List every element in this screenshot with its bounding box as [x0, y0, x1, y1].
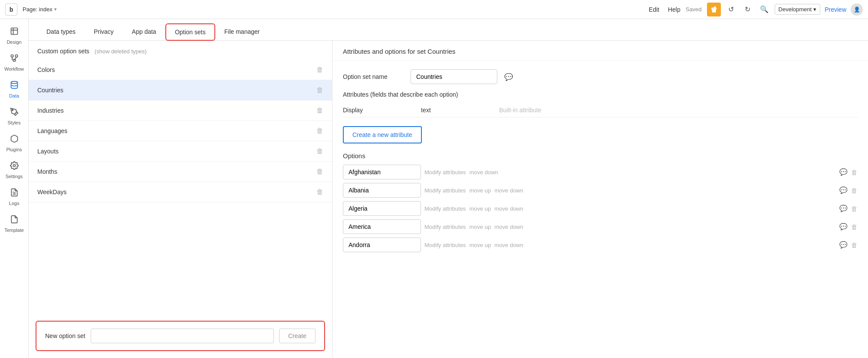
option-name-input[interactable] — [343, 238, 421, 252]
tab-option-sets[interactable]: Option sets — [165, 23, 215, 41]
sidebar-item-template[interactable]: Template — [1, 211, 27, 237]
move-down-link[interactable]: move down — [469, 169, 498, 176]
right-panel: Attributes and options for set Countries… — [332, 41, 868, 358]
plugins-icon — [10, 134, 19, 145]
list-item[interactable]: WeekDays 🗑 — [29, 182, 332, 202]
sidebar-item-styles[interactable]: Styles — [1, 103, 27, 129]
list-item[interactable]: Industries 🗑 — [29, 101, 332, 121]
help-menu[interactable]: Help — [668, 6, 681, 13]
move-down-link[interactable]: move down — [494, 205, 523, 212]
sidebar: Design Workflow Data Styles Plugins — [0, 19, 29, 358]
move-down-link[interactable]: move down — [494, 242, 523, 248]
delete-icon[interactable]: 🗑 — [316, 188, 323, 196]
modify-attributes-link[interactable]: Modify attributes — [424, 242, 466, 248]
move-up-link[interactable]: move up — [469, 242, 491, 248]
option-icons: 💬 🗑 — [839, 186, 858, 194]
saved-status: Saved — [686, 6, 702, 13]
preview-button[interactable]: Preview — [825, 6, 846, 13]
redo-icon[interactable]: ↻ — [742, 3, 754, 16]
delete-icon[interactable]: 🗑 — [316, 86, 323, 94]
delete-icon[interactable]: 🗑 — [851, 241, 858, 249]
option-name: WeekDays — [37, 189, 66, 195]
move-down-link[interactable]: move down — [494, 224, 523, 230]
environment-selector[interactable]: Development ▾ — [775, 4, 821, 15]
comment-icon[interactable]: 💬 — [839, 168, 848, 176]
tab-file-manager[interactable]: File manager — [215, 23, 269, 41]
workflow-label: Workflow — [4, 66, 24, 72]
create-attribute-button[interactable]: Create a new attribute — [343, 126, 422, 143]
option-entry: Modify attributes move up move down 💬 🗑 — [343, 219, 858, 234]
option-name: Layouts — [37, 148, 59, 155]
move-up-link[interactable]: move up — [469, 187, 491, 194]
modify-attributes-link[interactable]: Modify attributes — [424, 224, 466, 230]
list-item[interactable]: Months 🗑 — [29, 162, 332, 182]
list-item[interactable]: Layouts 🗑 — [29, 141, 332, 162]
sidebar-item-design[interactable]: Design — [1, 23, 27, 49]
option-icons: 💬 🗑 — [839, 205, 858, 212]
attributes-table: Display text Built-in attribute — [343, 103, 858, 117]
search-icon[interactable]: 🔍 — [758, 3, 770, 16]
move-up-link[interactable]: move up — [469, 224, 491, 230]
section-header: Custom option sets (show deleted types) — [29, 41, 332, 60]
new-option-set-input[interactable] — [91, 329, 274, 343]
comment-icon[interactable]: 💬 — [839, 223, 848, 231]
gift-icon[interactable] — [707, 3, 721, 16]
design-icon — [10, 27, 19, 38]
new-option-set-box: New option set Create — [36, 321, 325, 351]
attributes-title: Attributes (fields that describe each op… — [343, 91, 858, 98]
tab-app-data[interactable]: App data — [123, 23, 165, 41]
option-set-name-input[interactable] — [411, 69, 497, 84]
create-button[interactable]: Create — [279, 329, 316, 343]
move-up-link[interactable]: move up — [469, 205, 491, 212]
option-entry: Modify attributes move up move down 💬 🗑 — [343, 183, 858, 198]
list-item[interactable]: Countries 🗑 — [29, 80, 332, 101]
delete-icon[interactable]: 🗑 — [851, 205, 858, 212]
delete-icon[interactable]: 🗑 — [316, 127, 323, 135]
option-name: Months — [37, 168, 57, 175]
styles-label: Styles — [8, 120, 21, 125]
tab-privacy[interactable]: Privacy — [85, 23, 123, 41]
refresh-icon[interactable]: ↺ — [725, 3, 737, 16]
list-item[interactable]: Languages 🗑 — [29, 121, 332, 141]
list-item[interactable]: Colors 🗑 — [29, 60, 332, 80]
page-title[interactable]: Page: index ▾ — [23, 6, 57, 13]
delete-icon[interactable]: 🗑 — [316, 107, 323, 114]
attr-type: text — [421, 107, 499, 114]
user-avatar[interactable]: 👤 — [851, 3, 863, 16]
sidebar-item-workflow[interactable]: Workflow — [1, 49, 27, 75]
option-name-input[interactable] — [343, 165, 421, 179]
option-set-name-label: Option set name — [343, 73, 404, 80]
edit-menu[interactable]: Edit — [649, 6, 659, 13]
tab-bar: Data types Privacy App data Option sets … — [29, 23, 868, 41]
sidebar-item-logs[interactable]: Logs — [1, 184, 27, 210]
modify-attributes-link[interactable]: Modify attributes — [424, 205, 466, 212]
tab-data-types[interactable]: Data types — [37, 23, 85, 41]
delete-icon[interactable]: 🗑 — [316, 147, 323, 155]
svg-point-10 — [13, 164, 15, 166]
settings-icon — [10, 161, 19, 172]
option-icons: 💬 🗑 — [839, 223, 858, 231]
comment-icon[interactable]: 💬 — [504, 73, 513, 81]
option-icons: 💬 🗑 — [839, 241, 858, 249]
delete-icon[interactable]: 🗑 — [851, 169, 858, 176]
delete-icon[interactable]: 🗑 — [851, 187, 858, 194]
sidebar-item-settings[interactable]: Settings — [1, 157, 27, 183]
option-name-input[interactable] — [343, 219, 421, 234]
delete-icon[interactable]: 🗑 — [316, 66, 323, 74]
sidebar-item-plugins[interactable]: Plugins — [1, 130, 27, 156]
show-deleted-link[interactable]: (show deleted types) — [95, 48, 147, 55]
move-down-link[interactable]: move down — [494, 187, 523, 194]
comment-icon[interactable]: 💬 — [839, 205, 848, 212]
delete-icon[interactable]: 🗑 — [316, 168, 323, 176]
modify-attributes-link[interactable]: Modify attributes — [424, 169, 466, 176]
attributes-section: Attributes (fields that describe each op… — [343, 91, 858, 117]
option-name-input[interactable] — [343, 201, 421, 216]
right-panel-header: Attributes and options for set Countries — [332, 41, 868, 61]
delete-icon[interactable]: 🗑 — [851, 223, 858, 231]
sidebar-item-data[interactable]: Data — [1, 76, 27, 102]
option-name-input[interactable] — [343, 183, 421, 198]
design-label: Design — [7, 39, 21, 45]
comment-icon[interactable]: 💬 — [839, 186, 848, 194]
modify-attributes-link[interactable]: Modify attributes — [424, 187, 466, 194]
comment-icon[interactable]: 💬 — [839, 241, 848, 249]
